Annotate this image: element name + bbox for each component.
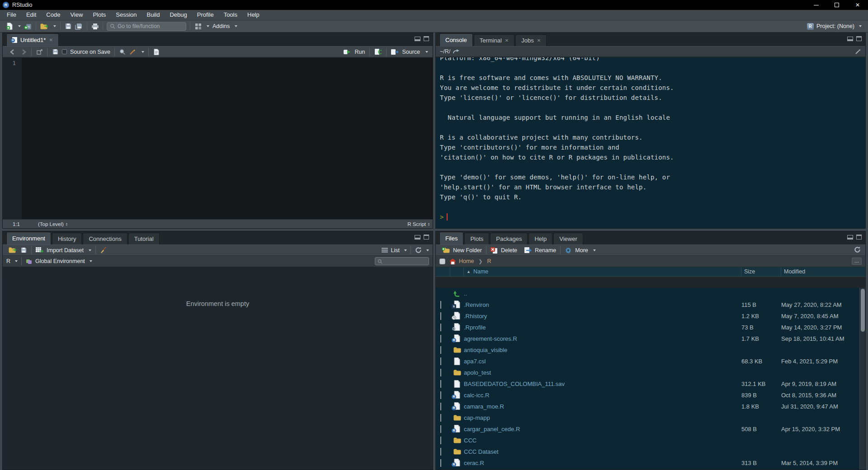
file-checkbox[interactable] [440, 380, 441, 388]
select-all-checkbox[interactable] [439, 258, 445, 264]
delete-file-icon[interactable] [491, 247, 498, 254]
minimize-pane-icon[interactable] [415, 37, 420, 41]
console-output[interactable]: Platform: x86_64-w64-mingw32/x64 (64-bit… [436, 57, 865, 228]
tab-connections[interactable]: Connections [83, 233, 127, 244]
file-checkbox[interactable] [440, 425, 441, 433]
tab-environment[interactable]: Environment [6, 232, 51, 244]
file-checkbox[interactable] [440, 459, 441, 467]
minimize-pane-icon[interactable] [847, 37, 853, 41]
tab-viewer[interactable]: Viewer [553, 233, 583, 244]
list-view-button[interactable]: List [391, 247, 400, 254]
find-replace-icon[interactable] [119, 49, 126, 55]
language-dropdown-icon[interactable] [15, 260, 18, 262]
file-row[interactable]: CCC [436, 435, 865, 446]
menu-edit[interactable]: Edit [21, 10, 41, 20]
file-checkbox[interactable] [440, 391, 441, 399]
source-button[interactable]: Source [402, 49, 420, 55]
tab-console[interactable]: Console [439, 33, 473, 46]
tab-jobs[interactable]: Jobs✕ [515, 34, 547, 46]
file-checkbox[interactable] [440, 369, 441, 376]
load-workspace-icon[interactable] [9, 247, 17, 253]
language-selector[interactable]: R [6, 258, 10, 264]
menu-view[interactable]: View [65, 10, 88, 20]
breadcrumb-r[interactable]: R [487, 258, 491, 264]
tab-files[interactable]: Files [439, 232, 463, 244]
maximize-pane-icon[interactable] [424, 36, 429, 41]
file-checkbox[interactable] [440, 448, 441, 456]
maximize-pane-icon[interactable] [424, 235, 429, 240]
menu-session[interactable]: Session [111, 10, 142, 20]
more-dropdown-icon[interactable] [593, 249, 596, 251]
close-window-button[interactable]: ✕ [847, 0, 868, 10]
rename-file-icon[interactable] [524, 247, 532, 253]
file-name-link[interactable]: camara_moe.R [464, 403, 504, 410]
project-dropdown-icon[interactable] [859, 25, 862, 27]
file-name-link[interactable]: CCC Dataset [464, 448, 499, 455]
file-name-link[interactable]: cap-mapp [464, 414, 490, 421]
file-name-link[interactable]: cargar_panel_cede.R [464, 426, 520, 432]
import-dataset-icon[interactable] [36, 247, 43, 253]
open-file-dropdown-icon[interactable] [53, 25, 56, 27]
maximize-pane-icon[interactable] [856, 36, 862, 41]
menu-file[interactable]: File [2, 10, 21, 20]
menu-help[interactable]: Help [242, 10, 264, 20]
environment-scope-selector[interactable]: Global Environment [35, 258, 85, 264]
file-name-link[interactable]: .Rhistory [464, 313, 487, 320]
refresh-icon[interactable] [415, 247, 422, 254]
tab-help[interactable]: Help [528, 233, 552, 244]
list-view-icon[interactable] [381, 248, 388, 253]
more-button[interactable]: More [575, 247, 588, 254]
new-project-icon[interactable]: R [24, 23, 32, 30]
scope-dropdown-icon[interactable] [90, 260, 92, 262]
menu-build[interactable]: Build [142, 10, 165, 20]
new-folder-button[interactable]: New Folder [453, 247, 482, 254]
filetype-indicator[interactable]: R Script [407, 221, 426, 227]
column-header-size[interactable]: Size [741, 267, 781, 276]
browse-directory-button[interactable]: … [852, 258, 862, 265]
addins-grid-dropdown-icon[interactable] [207, 25, 209, 27]
file-row[interactable]: BASEDEDATOS_COLOMBIA_111.sav312.1 KBApr … [436, 378, 865, 390]
code-tools-dropdown-icon[interactable] [142, 51, 144, 53]
file-checkbox[interactable] [440, 403, 441, 410]
file-name-link[interactable]: apa7.csl [464, 358, 486, 365]
import-dataset-button[interactable]: Import Dataset [47, 247, 84, 254]
source-dropdown-icon[interactable] [425, 51, 428, 53]
delete-button[interactable]: Delete [501, 247, 517, 254]
breadcrumb-home[interactable]: Home [459, 258, 474, 264]
menu-plots[interactable]: Plots [88, 10, 111, 20]
tab-terminal[interactable]: Terminal✕ [474, 34, 515, 46]
menu-code[interactable]: Code [41, 10, 65, 20]
file-name-link[interactable]: calc-icc.R [464, 392, 489, 399]
new-file-icon[interactable] [6, 23, 13, 30]
menu-debug[interactable]: Debug [165, 10, 192, 20]
import-dataset-dropdown-icon[interactable] [89, 249, 91, 251]
open-file-icon[interactable] [40, 24, 48, 29]
addins-grid-icon[interactable] [194, 24, 202, 29]
goto-file-function-input[interactable]: Go to file/function [107, 22, 186, 31]
file-row[interactable]: apolo_test [436, 367, 865, 378]
source-icon[interactable] [391, 49, 398, 55]
file-name-link[interactable]: antioquia_visible [464, 347, 507, 353]
file-name-link[interactable]: apolo_test [464, 369, 491, 376]
file-name-link[interactable]: BASEDEDATOS_COLOMBIA_111.sav [464, 381, 565, 387]
filetype-spinner-icon[interactable]: ▲▼ [428, 222, 430, 226]
source-on-save-checkbox[interactable] [62, 49, 67, 54]
file-row[interactable]: Rcamara_moe.R1.8 KBJul 31, 2020, 9:47 AM [436, 401, 865, 412]
file-row[interactable]: .. [436, 288, 865, 299]
popout-icon[interactable] [36, 49, 43, 55]
file-row[interactable]: Ragreement-scores.R1.7 KBSep 18, 2015, 1… [436, 333, 865, 344]
tab-untitled1[interactable]: Untitled1* ✕ [6, 33, 59, 46]
file-checkbox[interactable] [440, 437, 441, 444]
file-checkbox[interactable] [440, 335, 441, 343]
scope-spinner-icon[interactable]: ▲▼ [66, 222, 68, 226]
run-button[interactable]: Run [354, 49, 365, 55]
save-all-icon[interactable] [75, 23, 83, 30]
file-row[interactable]: CCC Dataset [436, 446, 865, 457]
forward-icon[interactable] [20, 49, 27, 55]
scope-indicator[interactable]: (Top Level) [38, 221, 64, 227]
menu-profile[interactable]: Profile [192, 10, 219, 20]
minimize-pane-icon[interactable] [415, 235, 420, 240]
tab-packages[interactable]: Packages [490, 233, 528, 244]
environment-search-box[interactable] [375, 257, 429, 265]
file-name-link[interactable]: agreement-scores.R [464, 335, 517, 342]
